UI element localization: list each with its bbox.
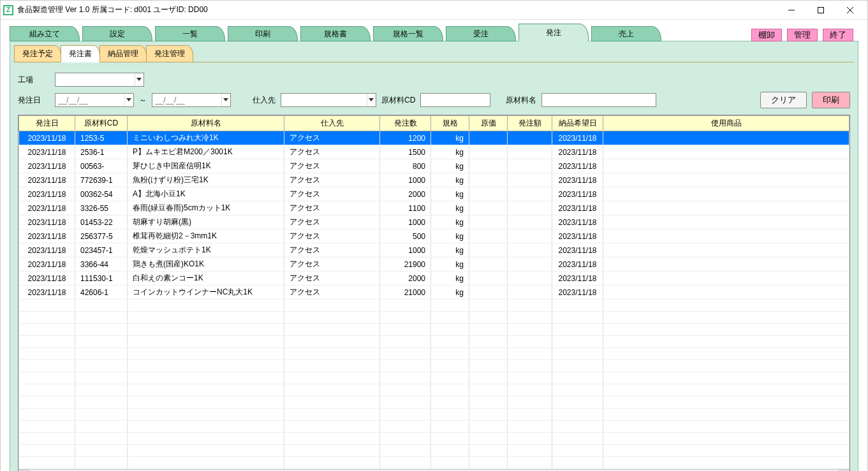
cell-supplier[interactable] bbox=[284, 445, 380, 457]
cell-supplier[interactable] bbox=[284, 360, 380, 372]
cell-price[interactable] bbox=[469, 396, 508, 409]
cell-qty[interactable]: 2000 bbox=[380, 187, 431, 201]
table-row[interactable]: 2023/11/18023457-1乾燥マッシュポテト1Kアクセス1000kg2… bbox=[19, 243, 850, 257]
maximize-button[interactable] bbox=[806, 1, 835, 20]
cell-price[interactable] bbox=[469, 384, 508, 396]
cell-amount[interactable] bbox=[508, 336, 552, 348]
cell-name[interactable] bbox=[128, 300, 284, 312]
cell-product[interactable] bbox=[603, 286, 850, 300]
cell-qty[interactable] bbox=[380, 312, 431, 324]
cell-spec[interactable]: kg bbox=[431, 187, 469, 201]
cell-spec[interactable]: kg bbox=[431, 215, 469, 229]
cell-qty[interactable]: 1200 bbox=[380, 131, 431, 145]
cell-supplier[interactable]: アクセス bbox=[284, 201, 380, 215]
supplier-input[interactable] bbox=[281, 94, 367, 106]
cell-delivery[interactable] bbox=[552, 360, 603, 372]
cell-date[interactable] bbox=[19, 384, 75, 396]
cell-spec[interactable] bbox=[431, 457, 469, 469]
cell-date[interactable]: 2023/11/18 bbox=[19, 145, 75, 159]
cell-date[interactable]: 2023/11/18 bbox=[19, 229, 75, 243]
cell-cd[interactable] bbox=[75, 396, 128, 409]
clear-button[interactable]: クリア bbox=[760, 92, 807, 108]
cell-spec[interactable]: kg bbox=[431, 243, 469, 257]
cell-supplier[interactable]: アクセス bbox=[284, 173, 380, 187]
cell-name[interactable] bbox=[128, 421, 284, 433]
chevron-down-icon[interactable] bbox=[367, 94, 376, 106]
cell-supplier[interactable]: アクセス bbox=[284, 215, 380, 229]
cell-supplier[interactable] bbox=[284, 372, 380, 384]
cell-spec[interactable] bbox=[431, 300, 469, 312]
cell-price[interactable] bbox=[469, 421, 508, 433]
col-header-cd[interactable]: 原材料CD bbox=[75, 116, 128, 131]
cell-qty[interactable]: 1100 bbox=[380, 201, 431, 215]
cell-amount[interactable] bbox=[508, 409, 552, 421]
cell-amount[interactable] bbox=[508, 243, 552, 257]
manage-button[interactable]: 管理 bbox=[787, 29, 818, 41]
cell-cd[interactable] bbox=[75, 324, 128, 336]
cell-name[interactable]: 魚粉(けずり粉)三宅1K bbox=[128, 173, 284, 187]
cell-name[interactable] bbox=[128, 336, 284, 348]
cell-name[interactable] bbox=[128, 445, 284, 457]
cell-delivery[interactable]: 2023/11/18 bbox=[552, 257, 603, 272]
cell-qty[interactable]: 2000 bbox=[380, 272, 431, 286]
cell-qty[interactable]: 1000 bbox=[380, 173, 431, 187]
cell-qty[interactable] bbox=[380, 433, 431, 445]
cell-price[interactable] bbox=[469, 433, 508, 445]
cell-amount[interactable] bbox=[508, 187, 552, 201]
table-row[interactable]: 2023/11/1800563-芽ひじき中国産信明1Kアクセス800kg2023… bbox=[19, 159, 850, 173]
col-header-spec[interactable]: 規格 bbox=[431, 116, 469, 131]
cell-amount[interactable] bbox=[508, 300, 552, 312]
cell-name[interactable] bbox=[128, 348, 284, 360]
cell-product[interactable] bbox=[603, 312, 850, 324]
table-row[interactable] bbox=[19, 421, 850, 433]
cell-qty[interactable]: 800 bbox=[380, 159, 431, 173]
top-tab-1[interactable]: 設定 bbox=[82, 26, 152, 41]
cell-name[interactable]: ミニいわしつみれ大冷1K bbox=[128, 131, 284, 145]
cell-product[interactable] bbox=[603, 396, 850, 409]
cell-name[interactable] bbox=[128, 324, 284, 336]
table-row[interactable]: 2023/11/181253-5ミニいわしつみれ大冷1Kアクセス1200kg20… bbox=[19, 131, 850, 145]
table-row[interactable]: 2023/11/1842606-1コインカットウインナーNC丸大1Kアクセス21… bbox=[19, 286, 850, 300]
cell-price[interactable] bbox=[469, 131, 508, 145]
table-row[interactable]: 2023/11/18111530-1白和えの素ンコー1Kアクセス2000kg20… bbox=[19, 272, 850, 286]
table-row[interactable] bbox=[19, 396, 850, 409]
cell-amount[interactable] bbox=[508, 324, 552, 336]
cell-delivery[interactable]: 2023/11/18 bbox=[552, 272, 603, 286]
cell-delivery[interactable] bbox=[552, 396, 603, 409]
cell-date[interactable] bbox=[19, 445, 75, 457]
cell-price[interactable] bbox=[469, 286, 508, 300]
col-header-supplier[interactable]: 仕入先 bbox=[284, 116, 380, 131]
cell-price[interactable] bbox=[469, 201, 508, 215]
cell-cd[interactable]: 111530-1 bbox=[75, 272, 128, 286]
cell-cd[interactable]: 2536-1 bbox=[75, 145, 128, 159]
cell-price[interactable] bbox=[469, 243, 508, 257]
cell-amount[interactable] bbox=[508, 445, 552, 457]
cell-delivery[interactable]: 2023/11/18 bbox=[552, 286, 603, 300]
close-button[interactable] bbox=[835, 1, 865, 20]
cell-spec[interactable]: kg bbox=[431, 145, 469, 159]
cell-amount[interactable] bbox=[508, 457, 552, 469]
cell-delivery[interactable] bbox=[552, 421, 603, 433]
cell-amount[interactable] bbox=[508, 173, 552, 187]
col-header-qty[interactable]: 発注数 bbox=[380, 116, 431, 131]
cell-date[interactable]: 2023/11/18 bbox=[19, 201, 75, 215]
col-header-name[interactable]: 原材料名 bbox=[128, 116, 284, 131]
cell-amount[interactable] bbox=[508, 360, 552, 372]
chevron-down-icon[interactable] bbox=[135, 73, 143, 86]
top-tab-6[interactable]: 受注 bbox=[446, 26, 516, 41]
cell-spec[interactable]: kg bbox=[431, 286, 469, 300]
col-header-product[interactable]: 使用商品 bbox=[603, 116, 850, 131]
table-row[interactable] bbox=[19, 445, 850, 457]
cell-cd[interactable] bbox=[75, 372, 128, 384]
cell-qty[interactable] bbox=[380, 300, 431, 312]
cell-cd[interactable] bbox=[75, 409, 128, 421]
cell-supplier[interactable] bbox=[284, 324, 380, 336]
factory-combo[interactable] bbox=[55, 73, 144, 87]
cell-spec[interactable]: kg bbox=[431, 131, 469, 145]
top-tab-2[interactable]: 一覧 bbox=[155, 26, 225, 41]
cell-qty[interactable]: 1500 bbox=[380, 145, 431, 159]
cell-qty[interactable] bbox=[380, 348, 431, 360]
sub-tab-2[interactable]: 納品管理 bbox=[99, 45, 147, 62]
cell-product[interactable] bbox=[603, 272, 850, 286]
cell-supplier[interactable] bbox=[284, 409, 380, 421]
